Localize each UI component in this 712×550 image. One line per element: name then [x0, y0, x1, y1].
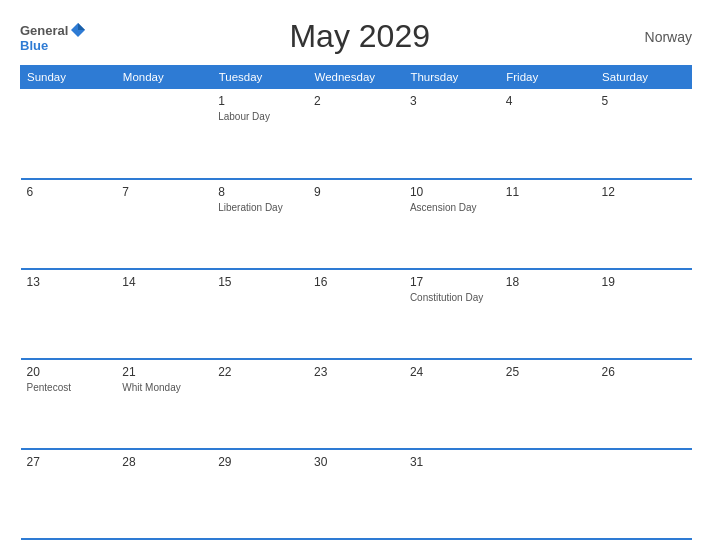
holiday-label: Constitution Day	[410, 291, 494, 304]
calendar-cell: 23	[308, 359, 404, 449]
calendar-cell: 9	[308, 179, 404, 269]
calendar-table: Sunday Monday Tuesday Wednesday Thursday…	[20, 65, 692, 540]
holiday-label: Liberation Day	[218, 201, 302, 214]
day-number: 1	[218, 94, 302, 108]
logo: General Blue	[20, 21, 87, 52]
calendar-cell: 15	[212, 269, 308, 359]
day-number: 25	[506, 365, 590, 379]
calendar-cell: 14	[116, 269, 212, 359]
calendar-cell: 12	[596, 179, 692, 269]
calendar-cell: 22	[212, 359, 308, 449]
holiday-label: Labour Day	[218, 110, 302, 123]
day-number: 11	[506, 185, 590, 199]
calendar-cell: 6	[21, 179, 117, 269]
day-number: 22	[218, 365, 302, 379]
day-number: 9	[314, 185, 398, 199]
day-number: 29	[218, 455, 302, 469]
calendar-cell: 7	[116, 179, 212, 269]
day-number: 16	[314, 275, 398, 289]
day-number: 18	[506, 275, 590, 289]
header-friday: Friday	[500, 66, 596, 89]
header-tuesday: Tuesday	[212, 66, 308, 89]
calendar-cell: 5	[596, 89, 692, 179]
calendar-cell: 30	[308, 449, 404, 539]
calendar-cell: 20Pentecost	[21, 359, 117, 449]
logo-general-text: General	[20, 24, 68, 37]
header-sunday: Sunday	[21, 66, 117, 89]
day-number: 7	[122, 185, 206, 199]
calendar-page: General Blue May 2029 Norway Sunday Mond…	[0, 0, 712, 550]
logo-icon	[69, 21, 87, 39]
country-label: Norway	[632, 29, 692, 45]
header-monday: Monday	[116, 66, 212, 89]
calendar-cell: 29	[212, 449, 308, 539]
holiday-label: Pentecost	[27, 381, 111, 394]
day-number: 8	[218, 185, 302, 199]
logo-blue-text: Blue	[20, 39, 48, 52]
calendar-cell	[596, 449, 692, 539]
calendar-cell: 31	[404, 449, 500, 539]
weekday-header-row: Sunday Monday Tuesday Wednesday Thursday…	[21, 66, 692, 89]
calendar-cell: 13	[21, 269, 117, 359]
day-number: 31	[410, 455, 494, 469]
holiday-label: Whit Monday	[122, 381, 206, 394]
calendar-cell: 26	[596, 359, 692, 449]
day-number: 13	[27, 275, 111, 289]
calendar-week-row-3: 20Pentecost21Whit Monday2223242526	[21, 359, 692, 449]
calendar-cell: 10Ascension Day	[404, 179, 500, 269]
calendar-cell: 18	[500, 269, 596, 359]
calendar-cell: 21Whit Monday	[116, 359, 212, 449]
calendar-cell: 24	[404, 359, 500, 449]
calendar-cell: 2	[308, 89, 404, 179]
day-number: 19	[602, 275, 686, 289]
calendar-week-row-4: 2728293031	[21, 449, 692, 539]
calendar-cell: 16	[308, 269, 404, 359]
day-number: 28	[122, 455, 206, 469]
calendar-cell	[500, 449, 596, 539]
day-number: 20	[27, 365, 111, 379]
calendar-cell	[116, 89, 212, 179]
calendar-week-row-1: 678Liberation Day910Ascension Day1112	[21, 179, 692, 269]
day-number: 6	[27, 185, 111, 199]
calendar-cell: 17Constitution Day	[404, 269, 500, 359]
calendar-cell: 1Labour Day	[212, 89, 308, 179]
header-thursday: Thursday	[404, 66, 500, 89]
day-number: 26	[602, 365, 686, 379]
calendar-cell: 19	[596, 269, 692, 359]
holiday-label: Ascension Day	[410, 201, 494, 214]
month-title: May 2029	[87, 18, 632, 55]
header-wednesday: Wednesday	[308, 66, 404, 89]
day-number: 27	[27, 455, 111, 469]
calendar-cell: 25	[500, 359, 596, 449]
calendar-week-row-2: 1314151617Constitution Day1819	[21, 269, 692, 359]
calendar-cell: 8Liberation Day	[212, 179, 308, 269]
calendar-cell: 4	[500, 89, 596, 179]
day-number: 14	[122, 275, 206, 289]
header-saturday: Saturday	[596, 66, 692, 89]
day-number: 30	[314, 455, 398, 469]
calendar-cell: 11	[500, 179, 596, 269]
day-number: 24	[410, 365, 494, 379]
day-number: 5	[602, 94, 686, 108]
calendar-cell: 28	[116, 449, 212, 539]
calendar-cell	[21, 89, 117, 179]
day-number: 2	[314, 94, 398, 108]
day-number: 15	[218, 275, 302, 289]
calendar-cell: 27	[21, 449, 117, 539]
day-number: 10	[410, 185, 494, 199]
day-number: 17	[410, 275, 494, 289]
day-number: 12	[602, 185, 686, 199]
calendar-week-row-0: 1Labour Day2345	[21, 89, 692, 179]
day-number: 3	[410, 94, 494, 108]
header: General Blue May 2029 Norway	[20, 18, 692, 55]
day-number: 21	[122, 365, 206, 379]
svg-marker-1	[78, 23, 85, 30]
day-number: 23	[314, 365, 398, 379]
calendar-cell: 3	[404, 89, 500, 179]
day-number: 4	[506, 94, 590, 108]
